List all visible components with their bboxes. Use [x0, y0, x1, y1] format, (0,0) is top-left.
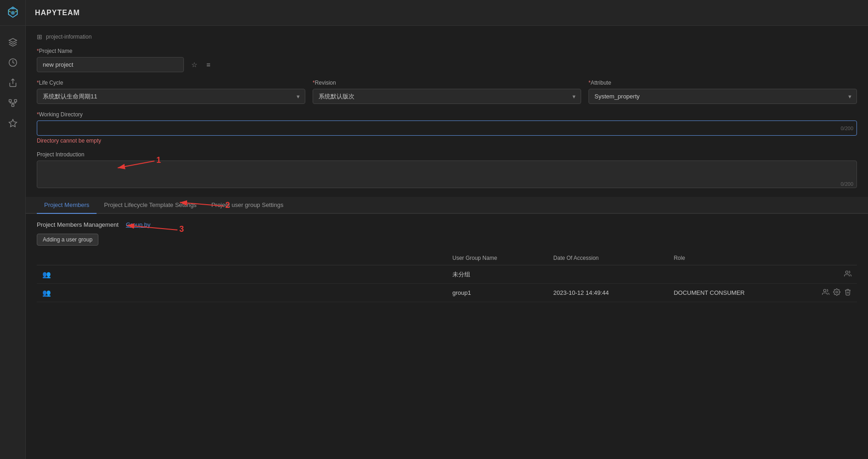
revision-label: *Revision — [313, 80, 581, 86]
svg-rect-4 — [14, 100, 17, 102]
project-name-section: *Project Name ☆ ≡ — [37, 48, 857, 72]
lifecycle-col: *Life Cycle 系统默认生命周期11 ▼ — [37, 80, 305, 104]
svg-point-9 — [836, 291, 838, 293]
sidebar-item-nodes[interactable] — [4, 94, 22, 112]
working-dir-input[interactable] — [37, 120, 857, 136]
members-header: Project Members Management Group by — [37, 221, 857, 228]
members-table: User Group Name Date Of Accession Role 👥… — [37, 251, 857, 302]
settings-row2-icon[interactable] — [833, 288, 840, 297]
row1-actions — [817, 265, 857, 284]
working-dir-wrapper: 0/200 — [37, 120, 857, 136]
table-body: 👥 未分组 — [37, 265, 857, 302]
content-area: ⊞ project-information *Project Name ☆ ≡ … — [26, 26, 868, 459]
tab-usergroup[interactable]: Project user group Settings — [204, 197, 291, 214]
members-management-title: Project Members Management — [37, 221, 119, 228]
project-intro-label: Project Introduction — [37, 151, 857, 158]
table-row: 👥 group1 2023-10-12 14:49:44 DOCUMENT CO… — [37, 284, 857, 302]
col-role: Role — [668, 251, 817, 265]
breadcrumb: ⊞ project-information — [37, 33, 857, 40]
row1-date — [548, 265, 668, 284]
svg-marker-6 — [9, 120, 17, 127]
col-date: Date Of Accession — [548, 251, 668, 265]
working-dir-label: *Working Directory — [37, 111, 857, 118]
add-member-icon[interactable] — [844, 270, 851, 279]
table-row: 👥 未分组 — [37, 265, 857, 284]
row1-role — [668, 265, 817, 284]
lifecycle-select-wrapper: 系统默认生命周期11 ▼ — [37, 89, 305, 104]
revision-select-wrapper: 系统默认版次 ▼ — [313, 89, 581, 104]
project-intro-textarea[interactable] — [37, 161, 857, 188]
row2-action-icons — [822, 288, 851, 297]
tab-lifecycle[interactable]: Project Lifecycle Template Settings — [97, 197, 204, 214]
user-group-icon: 👥 — [42, 270, 51, 278]
working-dir-error: Directory cannot be empty — [37, 138, 857, 144]
add-member-row2-icon[interactable] — [822, 288, 829, 297]
sidebar-item-clock[interactable] — [4, 53, 22, 72]
sidebar-item-share[interactable] — [4, 74, 22, 92]
attribute-select[interactable]: System_property — [588, 89, 857, 104]
group-by-button[interactable]: Group by — [126, 221, 150, 228]
row1-icon-cell: 👥 — [37, 265, 447, 284]
delete-row2-icon[interactable] — [844, 288, 851, 297]
tabs-bar: Project Members Project Lifecycle Templa… — [26, 197, 868, 214]
star-button[interactable]: ☆ — [189, 59, 199, 71]
project-name-row: ☆ ≡ — [37, 57, 857, 72]
svg-point-0 — [11, 11, 15, 15]
grid-icon: ⊞ — [37, 33, 42, 40]
row2-icon-cell: 👥 — [37, 284, 447, 302]
row2-name: group1 — [447, 284, 548, 302]
row2-actions — [817, 284, 857, 302]
project-intro-count: 0/200 — [840, 181, 853, 187]
main-area: HAPYTEAM ⊞ project-information *Project … — [26, 0, 868, 459]
sidebar-item-star[interactable] — [4, 114, 22, 132]
sidebar-item-layers[interactable] — [4, 33, 22, 52]
lifecycle-select[interactable]: 系统默认生命周期11 — [37, 89, 305, 104]
svg-rect-3 — [9, 100, 11, 102]
col-name — [37, 251, 447, 265]
project-intro-section: Project Introduction 0/200 — [37, 151, 857, 189]
attribute-col: *Attribute System_property ▼ — [588, 80, 857, 104]
sidebar-nav — [0, 29, 25, 136]
project-name-label: *Project Name — [37, 48, 857, 54]
menu-button[interactable]: ≡ — [205, 59, 212, 70]
revision-col: *Revision 系统默认版次 ▼ — [313, 80, 581, 104]
row2-role: DOCUMENT CONSUMER — [668, 284, 817, 302]
attribute-label: *Attribute — [588, 80, 857, 86]
svg-rect-5 — [11, 104, 14, 107]
lifecycle-label: *Life Cycle — [37, 80, 305, 86]
project-name-input[interactable] — [37, 57, 184, 72]
user-group-icon: 👥 — [42, 289, 51, 297]
row2-date: 2023-10-12 14:49:44 — [548, 284, 668, 302]
svg-point-8 — [823, 289, 826, 292]
tab-members[interactable]: Project Members — [37, 197, 97, 214]
table-header: User Group Name Date Of Accession Role — [37, 251, 857, 265]
col-name-label: User Group Name — [447, 251, 548, 265]
row1-action-icons — [822, 270, 851, 279]
app-logo[interactable] — [0, 0, 26, 26]
row1-name: 未分组 — [447, 265, 548, 284]
revision-select[interactable]: 系统默认版次 — [313, 89, 581, 104]
working-dir-section: *Working Directory 0/200 Directory canno… — [37, 111, 857, 144]
breadcrumb-text: project-information — [46, 34, 91, 40]
col-actions — [817, 251, 857, 265]
app-name: HAPYTEAM — [35, 9, 80, 17]
attribute-select-wrapper: System_property ▼ — [588, 89, 857, 104]
tab-content-members: Project Members Management Group by Addi… — [37, 214, 857, 310]
sidebar — [0, 0, 26, 459]
dropdowns-row: *Life Cycle 系统默认生命周期11 ▼ *Revision 系统默认版… — [37, 80, 857, 104]
topbar: HAPYTEAM — [26, 0, 868, 26]
project-intro-wrapper: 0/200 — [37, 161, 857, 189]
table-header-row: User Group Name Date Of Accession Role — [37, 251, 857, 265]
add-user-group-button[interactable]: Adding a user group — [37, 234, 98, 246]
svg-point-7 — [845, 271, 848, 273]
